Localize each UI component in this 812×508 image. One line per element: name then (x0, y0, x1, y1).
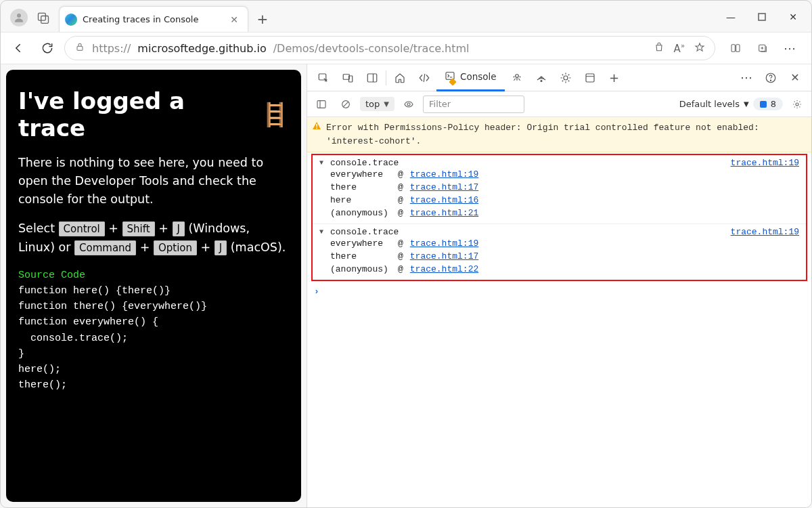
stack-link[interactable]: trace.html:17 (410, 251, 478, 261)
kbd-shift: Shift (122, 221, 155, 236)
console-filter-input[interactable]: Filter (423, 96, 524, 113)
kbd-j2: J (215, 240, 227, 255)
devtools-help-icon[interactable] (759, 64, 783, 91)
url-path: /Demos/devtools-console/trace.html (273, 42, 470, 55)
console-warning-row[interactable]: Error with Permissions-Policy header: Or… (307, 117, 811, 152)
read-aloud-icon[interactable]: A» (674, 42, 685, 55)
trace-title: console.trace (330, 227, 399, 237)
console-tab[interactable]: Console (436, 64, 505, 91)
stack-link[interactable]: trace.html:21 (410, 208, 478, 218)
context-label: top (365, 99, 380, 109)
lock-icon (74, 41, 85, 55)
toggle-sidebar-icon[interactable] (311, 94, 332, 114)
stack-link[interactable]: trace.html:19 (410, 238, 478, 249)
window-minimize-button[interactable]: — (715, 6, 746, 28)
device-toolbar-icon[interactable] (336, 64, 360, 91)
browser-tab[interactable]: Creating traces in Console ✕ (59, 6, 248, 32)
console-log-area: Error with Permissions-Policy header: Or… (307, 117, 811, 507)
page-viewport: I've logged a trace 🪜 There is nothing t… (1, 64, 307, 507)
disclosure-triangle-icon[interactable]: ▼ (319, 228, 323, 236)
clear-console-icon[interactable] (336, 94, 356, 114)
chevron-down-icon: ▼ (384, 100, 389, 108)
context-selector[interactable]: top ▼ (360, 97, 394, 111)
issue-count: 8 (771, 99, 776, 109)
svg-point-22 (796, 103, 798, 106)
svg-point-13 (515, 74, 518, 77)
live-expression-icon[interactable] (399, 94, 419, 114)
issues-counter[interactable]: 8 (753, 98, 783, 110)
warning-triangle-icon (313, 122, 321, 129)
trace-source-link[interactable]: trace.html:19 (731, 158, 799, 168)
address-bar: https://microsoftedge.github.io/Demos/de… (1, 32, 811, 64)
edge-favicon (65, 14, 77, 26)
stack-frame: there@trace.html:17 (330, 181, 799, 194)
kbd-j: J (173, 221, 185, 236)
stack-link[interactable]: trace.html:22 (410, 264, 478, 274)
svg-point-14 (541, 80, 542, 81)
devtools-more-menu[interactable]: ⋯ (734, 64, 759, 91)
console-settings-icon[interactable] (787, 94, 807, 114)
inspect-element-icon[interactable] (311, 64, 336, 91)
shortcut-text: Select Control + Shift + J (Windows, Lin… (18, 219, 289, 256)
svg-rect-16 (586, 74, 594, 82)
trace-source-link[interactable]: trace.html:19 (731, 227, 799, 237)
sources-tab-icon[interactable] (505, 64, 529, 91)
shopping-icon[interactable] (654, 42, 664, 55)
stack-link[interactable]: trace.html:19 (410, 169, 478, 179)
issue-dot-icon (760, 101, 767, 108)
log-levels-selector[interactable]: Default levels▼ (679, 99, 749, 109)
url-field[interactable]: https://microsoftedge.github.io/Demos/de… (64, 36, 715, 60)
network-tab-icon[interactable] (529, 64, 554, 91)
intro-text: There is nothing to see here, you need t… (18, 154, 289, 209)
more-menu-icon[interactable]: ⋯ (782, 41, 798, 56)
disclosure-triangle-icon[interactable]: ▼ (319, 159, 323, 167)
console-trace-group[interactable]: ▼ console.trace trace.html:19 everywhere… (313, 224, 806, 280)
favorite-icon[interactable] (694, 42, 705, 55)
svg-rect-6 (736, 45, 740, 52)
new-tab-button[interactable]: + (252, 9, 273, 29)
profile-avatar[interactable] (10, 9, 28, 26)
more-tabs-button[interactable]: + (602, 64, 627, 91)
svg-rect-1 (39, 13, 46, 20)
svg-rect-3 (759, 14, 765, 20)
window-titlebar: Creating traces in Console ✕ + — ✕ (1, 1, 811, 32)
kbd-option: Option (154, 240, 197, 255)
stack-link[interactable]: trace.html:17 (410, 182, 478, 192)
svg-point-15 (564, 76, 568, 80)
collections-icon[interactable] (754, 41, 771, 56)
elements-tab-icon[interactable] (412, 64, 436, 91)
source-code-block: Source Code function here() {there()} fu… (18, 268, 289, 394)
console-trace-group[interactable]: ▼ console.trace trace.html:19 everywhere… (313, 155, 806, 224)
warning-text: Error with Permissions-Policy header: Or… (326, 123, 759, 146)
kbd-command: Command (74, 240, 136, 255)
performance-tab-icon[interactable] (554, 64, 578, 91)
application-tab-icon[interactable] (578, 64, 602, 91)
svg-point-18 (770, 80, 771, 81)
url-scheme: https:// (92, 42, 131, 55)
nav-back-button[interactable] (7, 37, 30, 60)
split-screen-icon[interactable] (727, 41, 744, 56)
workspaces-icon[interactable] (36, 10, 51, 25)
stack-frame: (anonymous)@trace.html:22 (330, 263, 799, 276)
window-maximize-button[interactable] (746, 6, 777, 28)
stack-frame: there@trace.html:17 (330, 250, 799, 263)
svg-rect-4 (77, 46, 83, 50)
tab-title: Creating traces in Console (83, 14, 198, 24)
console-prompt[interactable]: › (307, 282, 811, 301)
stack-link[interactable]: trace.html:16 (410, 195, 478, 205)
svg-point-21 (407, 103, 410, 106)
console-toolbar: top ▼ Filter Default levels▼ 8 (307, 91, 811, 117)
nav-refresh-button[interactable] (36, 37, 59, 60)
dock-side-icon[interactable] (360, 64, 384, 91)
stack-frame: (anonymous)@trace.html:21 (330, 207, 799, 219)
stack-frame: here@trace.html:16 (330, 194, 799, 207)
devtools-tabbar: Console + ⋯ ✕ (307, 64, 811, 91)
url-host: microsoftedge.github.io (137, 42, 266, 55)
window-close-button[interactable]: ✕ (777, 6, 809, 28)
tab-close-button[interactable]: ✕ (227, 13, 241, 26)
welcome-tab-icon[interactable] (388, 64, 412, 91)
trace-title: console.trace (330, 158, 399, 168)
kbd-control: Control (59, 221, 105, 236)
svg-rect-11 (367, 74, 377, 82)
devtools-close-button[interactable]: ✕ (783, 64, 807, 91)
